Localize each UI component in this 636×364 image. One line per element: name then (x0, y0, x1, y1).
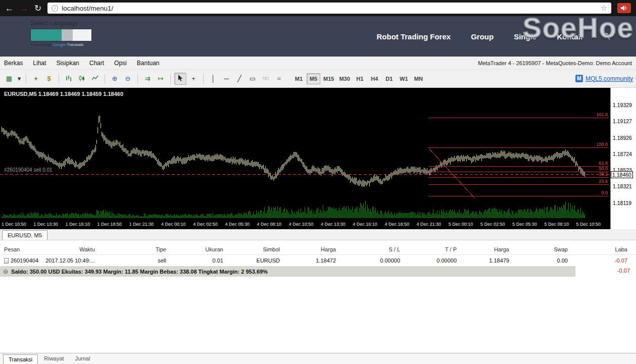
nav-item-group[interactable]: Group (471, 32, 494, 41)
trendline-tool-button[interactable]: ╱ (233, 73, 246, 85)
terminal-order-row[interactable]: 2601904042017.12.05 10:49:...sell0.01EUR… (0, 255, 636, 266)
collapse-icon[interactable]: ⊖ (3, 268, 8, 275)
time-axis-label: 4 Dec 21:30 (417, 222, 442, 227)
terminal-tab-riwayat[interactable]: Riwayat (39, 354, 69, 364)
table-header-simbol: Simbol (226, 246, 282, 252)
terminal-tab-jurnal[interactable]: Jurnal (70, 354, 95, 364)
time-axis-label: 1 Dec 21:30 (129, 222, 154, 227)
nav-item-kontak[interactable]: Kontak (557, 32, 582, 41)
terminal-table-header: PesanWaktuTipeUkuranSimbolHargaS / LT / … (0, 244, 636, 255)
menu-sisipkan[interactable]: Sisipkan (56, 60, 79, 67)
table-header-ukuran: Ukuran (169, 246, 226, 252)
balance-summary: Saldo: 350.00 USD Ekuitas: 349.93 Margin… (11, 269, 268, 275)
timeframe-m30[interactable]: M30 (337, 73, 352, 84)
cell-harga: 1.18472 (282, 257, 338, 264)
cell-value: 2017.12.05 10:49:... (45, 257, 95, 264)
time-axis-label: 4 Dec 10:50 (289, 222, 314, 227)
cell-t-p: 0.00000 (403, 257, 459, 264)
menu-berkas[interactable]: Berkas (4, 60, 23, 67)
menu-chart[interactable]: Chart (89, 60, 104, 67)
zoom-in-button[interactable]: ⊕ (109, 73, 121, 85)
chart-shift-icon: ↦ (158, 75, 164, 82)
refresh-button[interactable]: ↻ (34, 4, 41, 13)
cell-ukuran: 0.01 (169, 257, 226, 264)
cell-value: EURUSD (257, 257, 280, 264)
time-axis-label: 4 Dec 18:50 (384, 222, 409, 227)
account-info: MetaTrader 4 - 26195907 - MetaQuotes-Dem… (478, 60, 632, 66)
cell-value: 0.00 (557, 257, 568, 264)
time-axis[interactable]: 1 Dec 10:501 Dec 13:301 Dec 16:101 Dec 1… (0, 220, 610, 229)
chart-tab-eurusd-m5[interactable]: EURUSD, M5 (2, 230, 47, 240)
powered-by-google: Powered by Google Translate (30, 42, 92, 47)
bookmark-star-icon[interactable]: ☆ (601, 4, 607, 13)
time-axis-label: 4 Dec 08:10 (257, 222, 282, 227)
back-button[interactable]: ← (5, 4, 14, 13)
text-label-tool-button[interactable]: ▭ (247, 73, 259, 85)
site-header: Select Language Powered by Google Transl… (0, 16, 636, 57)
auto-scroll-button[interactable]: ⇉ (141, 73, 154, 85)
address-bar[interactable]: i localhost/menu1/ ☆ (47, 3, 611, 14)
nav-item-robot-trading-forex[interactable]: Robot Trading Forex (376, 32, 451, 41)
timeframe-m1[interactable]: M1 (292, 73, 306, 84)
forward-button[interactable]: → (20, 4, 28, 13)
nav-item-single[interactable]: Single (514, 32, 536, 41)
new-chart-dropdown-icon: ▾ (18, 75, 21, 82)
page-info-icon[interactable]: i (52, 5, 58, 12)
timeframe-mn[interactable]: MN (412, 73, 425, 84)
price-chart-canvas[interactable]: 161.8100.061.850.038.223.60.0 (0, 88, 610, 220)
fib-level-label: 50.0 (599, 166, 608, 171)
mql5-link-label: MQL5.community (585, 75, 633, 82)
url-text: localhost/menu1/ (62, 5, 113, 12)
timeframe-bar: M1M5M15M30H1H4D1W1MN (292, 73, 425, 84)
fibonacci-tool-button[interactable]: ∷∷ (260, 73, 272, 85)
cell-pesan: 260190404 (0, 257, 44, 264)
terminal-tab-transaksi[interactable]: Transaksi (3, 354, 38, 364)
timeframe-m15[interactable]: M15 (321, 73, 336, 84)
zoom-out-button[interactable]: ⊖ (122, 73, 134, 85)
timeframe-h1[interactable]: H1 (353, 73, 367, 84)
chart-tab-strip: EURUSD, M5 (0, 229, 636, 240)
text-label-tool-icon: ▭ (250, 75, 256, 82)
speaker-extension-icon[interactable] (617, 3, 631, 13)
vertical-line-tool-icon: │ (211, 75, 215, 82)
fib-level-label: 0.0 (601, 190, 608, 195)
chart-ohlc-title: EURUSD,M5 1.18469 1.18469 1.18459 1.1846… (4, 91, 123, 97)
toolbar-separator (137, 74, 138, 84)
vertical-line-tool-button[interactable]: │ (207, 73, 219, 85)
menu-lihat[interactable]: Lihat (33, 60, 46, 67)
cell-value: 1.18472 (316, 257, 336, 264)
candlestick-mode-button[interactable] (76, 73, 88, 85)
chart-plot[interactable]: 161.8100.061.850.038.223.60.0 EURUSD,M5 … (0, 88, 610, 229)
new-chart-dropdown-button[interactable]: ▾ (16, 73, 22, 85)
browser-toolbar: ← → ↻ i localhost/menu1/ ☆ (0, 0, 636, 16)
chart-area: 161.8100.061.850.038.223.60.0 EURUSD,M5 … (0, 88, 636, 229)
main-nav: Robot Trading ForexGroupSingleKontak (376, 16, 611, 57)
terminal-gap (0, 240, 636, 244)
symbols-list-button[interactable]: $ (43, 73, 55, 85)
cell-swap: 0.00 (512, 257, 570, 264)
new-chart-button[interactable]: ▦ (3, 73, 15, 85)
cursor-tool-button[interactable] (174, 73, 186, 85)
search-icon[interactable] (603, 32, 611, 40)
language-dropdown[interactable] (30, 29, 92, 41)
zoom-in-icon: ⊕ (112, 75, 118, 82)
crosshair-tool-button[interactable]: + (187, 73, 200, 85)
timeframe-m5[interactable]: M5 (307, 73, 320, 84)
line-chart-mode-icon (91, 75, 99, 83)
timeframe-w1[interactable]: W1 (397, 73, 411, 84)
bar-chart-mode-button[interactable] (63, 73, 75, 85)
line-chart-mode-button[interactable] (89, 73, 101, 85)
price-axis[interactable]: 1.18460 1.193291.191271.189261.187241.18… (610, 88, 636, 229)
timeframe-h4[interactable]: H4 (368, 73, 381, 84)
table-header-harga-2: Harga (459, 246, 512, 252)
chart-shift-button[interactable]: ↦ (155, 73, 167, 85)
indicators-tool-button[interactable]: ≈ (273, 73, 285, 85)
fib-level-label: 23.6 (599, 179, 608, 184)
horizontal-line-tool-button[interactable]: ─ (220, 73, 232, 85)
menu-opsi[interactable]: Opsi (114, 60, 127, 67)
mql5-link[interactable]: M MQL5.community (575, 75, 633, 82)
menu-bantuan[interactable]: Bantuan (137, 60, 160, 67)
new-order-button[interactable]: + (30, 73, 42, 85)
timeframe-d1[interactable]: D1 (382, 73, 396, 84)
cell-value: 1.18479 (489, 257, 509, 264)
